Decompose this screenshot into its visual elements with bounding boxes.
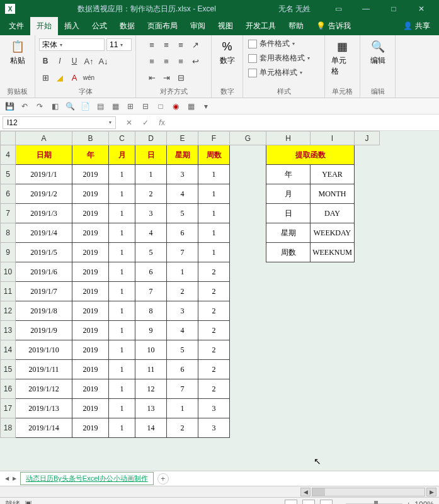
lookup-func[interactable]: YEAR: [311, 165, 355, 184]
zoom-in-button[interactable]: +: [406, 500, 411, 505]
conditional-format-button[interactable]: 条件格式▾: [247, 38, 296, 50]
col-header-H[interactable]: H: [266, 132, 311, 145]
qat-btn-8[interactable]: □: [155, 101, 166, 112]
formula-input[interactable]: [173, 116, 434, 129]
share-button[interactable]: 👤共享: [397, 17, 436, 35]
sheet-tab[interactable]: 动态日历By头条号Excel办公小动画制作: [20, 472, 154, 485]
data-cell[interactable]: 2: [198, 340, 230, 360]
data-cell[interactable]: 1: [109, 204, 135, 223]
row-header-16[interactable]: 16: [1, 379, 16, 399]
table-header[interactable]: 日: [135, 145, 167, 165]
qat-btn-7[interactable]: ⊟: [140, 101, 151, 112]
data-cell[interactable]: 2019: [72, 204, 109, 223]
row-header-12[interactable]: 12: [1, 301, 16, 321]
data-cell[interactable]: 7: [167, 243, 198, 262]
cells-button[interactable]: ▦单元格: [329, 38, 356, 86]
cancel-formula-button[interactable]: ✕: [123, 117, 135, 128]
editing-button[interactable]: 🔍编辑: [367, 38, 389, 86]
data-cell[interactable]: 13: [135, 399, 167, 418]
maximize-button[interactable]: □: [381, 3, 406, 15]
fx-button[interactable]: fx: [156, 117, 168, 128]
data-cell[interactable]: 1: [109, 340, 135, 360]
view-layout-button[interactable]: [302, 500, 315, 505]
data-cell[interactable]: 2: [198, 360, 230, 379]
macro-record-icon[interactable]: ▣: [25, 500, 32, 504]
data-cell[interactable]: 6: [167, 223, 198, 243]
data-cell[interactable]: 1: [109, 262, 135, 282]
align-top-button[interactable]: ≡: [145, 38, 158, 51]
data-cell[interactable]: 3: [167, 301, 198, 321]
data-cell[interactable]: 1: [109, 184, 135, 204]
tab-tellme[interactable]: 💡告诉我: [310, 17, 357, 35]
tab-home[interactable]: 开始: [30, 17, 58, 35]
data-cell[interactable]: 2019/1/14: [16, 418, 72, 438]
data-cell[interactable]: 2019: [72, 282, 109, 301]
border-button[interactable]: ⊞: [39, 71, 52, 84]
row-header-8[interactable]: 8: [1, 223, 16, 243]
data-cell[interactable]: 11: [135, 360, 167, 379]
data-cell[interactable]: 1: [109, 321, 135, 340]
qat-btn-6[interactable]: ⊞: [125, 101, 136, 112]
data-cell[interactable]: 2019/1/11: [16, 360, 72, 379]
col-header-G[interactable]: G: [230, 132, 266, 145]
data-cell[interactable]: 12: [135, 379, 167, 399]
font-shrink-button[interactable]: A↓: [97, 55, 110, 67]
data-cell[interactable]: 7: [167, 379, 198, 399]
align-bot-button[interactable]: ≡: [174, 38, 187, 51]
data-cell[interactable]: 1: [109, 165, 135, 184]
indent-inc-button[interactable]: ⇥: [160, 71, 173, 84]
data-cell[interactable]: 6: [167, 360, 198, 379]
data-cell[interactable]: 2019/1/9: [16, 321, 72, 340]
data-cell[interactable]: 2019: [72, 223, 109, 243]
data-cell[interactable]: 1: [109, 360, 135, 379]
zoom-out-button[interactable]: −: [338, 500, 342, 505]
lookup-label[interactable]: 日: [266, 204, 311, 223]
scroll-track[interactable]: [312, 488, 425, 496]
data-cell[interactable]: 5: [135, 243, 167, 262]
col-header-A[interactable]: A: [16, 132, 72, 145]
row-header-18[interactable]: 18: [1, 418, 16, 438]
lookup-func[interactable]: WEEKDAY: [311, 223, 355, 243]
table-header[interactable]: 周数: [198, 145, 230, 165]
table-header[interactable]: 年: [72, 145, 109, 165]
data-cell[interactable]: 2: [198, 321, 230, 340]
tab-data[interactable]: 数据: [113, 17, 141, 35]
data-cell[interactable]: 2019/1/5: [16, 243, 72, 262]
data-cell[interactable]: 4: [167, 321, 198, 340]
lookup-func[interactable]: MONTH: [311, 184, 355, 204]
merge-button[interactable]: ⊟: [174, 71, 187, 84]
font-size-select[interactable]: 11▾: [106, 38, 132, 51]
data-cell[interactable]: 2019: [72, 418, 109, 438]
scroll-left-button[interactable]: ◀: [300, 488, 311, 496]
data-cell[interactable]: 1: [109, 399, 135, 418]
data-cell[interactable]: 1: [109, 418, 135, 438]
lookup-label[interactable]: 月: [266, 184, 311, 204]
data-cell[interactable]: 2019/1/2: [16, 184, 72, 204]
data-cell[interactable]: 2019: [72, 301, 109, 321]
data-cell[interactable]: 2019: [72, 243, 109, 262]
row-header-6[interactable]: 6: [1, 184, 16, 204]
data-cell[interactable]: 2019: [72, 184, 109, 204]
data-cell[interactable]: 2019: [72, 262, 109, 282]
data-cell[interactable]: 1: [109, 243, 135, 262]
horizontal-scrollbar[interactable]: ◀ ▶: [0, 486, 439, 497]
scroll-thumb[interactable]: [312, 488, 325, 496]
row-header-15[interactable]: 15: [1, 360, 16, 379]
bold-button[interactable]: B: [39, 55, 52, 67]
font-color-button[interactable]: A: [68, 71, 81, 84]
paste-button[interactable]: 📋 粘贴: [6, 38, 29, 67]
align-left-button[interactable]: ≡: [145, 55, 158, 67]
data-cell[interactable]: 2019: [72, 321, 109, 340]
select-all-corner[interactable]: [1, 132, 16, 145]
qat-btn-1[interactable]: ◧: [49, 101, 60, 112]
col-header-I[interactable]: I: [311, 132, 355, 145]
qat-more-button[interactable]: ▾: [200, 101, 212, 112]
data-cell[interactable]: 7: [135, 282, 167, 301]
sheet-nav-next[interactable]: ▶: [13, 476, 16, 481]
data-cell[interactable]: 4: [135, 223, 167, 243]
data-cell[interactable]: 9: [135, 321, 167, 340]
data-cell[interactable]: 1: [109, 223, 135, 243]
data-cell[interactable]: 2019: [72, 379, 109, 399]
data-cell[interactable]: 2: [198, 282, 230, 301]
data-cell[interactable]: 2019/1/13: [16, 399, 72, 418]
